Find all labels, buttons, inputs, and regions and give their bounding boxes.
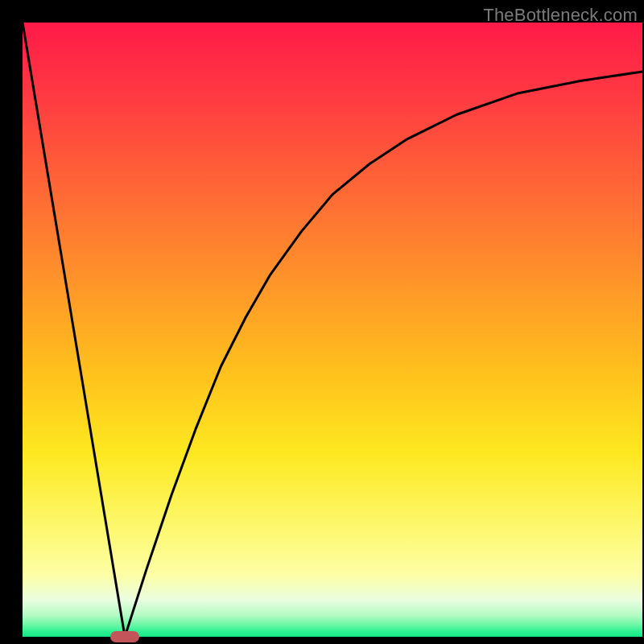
watermark-text: TheBottleneck.com [483, 5, 638, 26]
chart-frame: TheBottleneck.com [0, 0, 644, 644]
curve-path [23, 23, 642, 637]
plot-area [23, 23, 642, 637]
bottleneck-curve [23, 23, 642, 637]
optimum-marker [110, 631, 139, 642]
